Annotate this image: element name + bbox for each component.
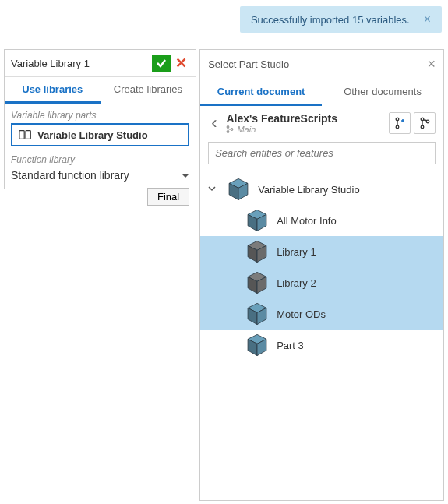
part-tree: Variable Library Studio All Motor Info L…: [200, 171, 443, 500]
tree-label: Library 2: [277, 277, 316, 289]
close-icon[interactable]: ×: [427, 56, 436, 72]
toast-message: Successfully imported 15 variables.: [251, 14, 410, 26]
cancel-button[interactable]: ✕: [172, 55, 189, 72]
branch-button[interactable]: [414, 112, 436, 134]
studio-name: Variable Library Studio: [37, 129, 148, 141]
panel-header: Select Part Studio ×: [200, 50, 443, 79]
back-button[interactable]: ‹: [208, 113, 220, 133]
branch-icon: [226, 125, 234, 133]
tree-item[interactable]: Library 1: [200, 236, 443, 267]
svg-rect-1: [26, 131, 30, 139]
close-icon[interactable]: ×: [424, 12, 431, 26]
svg-point-7: [421, 118, 424, 121]
svg-point-8: [421, 125, 424, 129]
svg-point-6: [396, 125, 399, 129]
cube-icon: [225, 176, 252, 203]
panel-header: Variable Library 1 ✕: [5, 50, 196, 77]
tab-create-libraries[interactable]: Create libraries: [101, 77, 196, 104]
workspace-label: Main: [226, 125, 383, 134]
function-value: Standard function library: [11, 169, 129, 182]
tree-item[interactable]: Motor ODs: [200, 298, 443, 330]
cube-icon: [244, 238, 270, 265]
svg-point-5: [396, 118, 399, 121]
cube-icon: [244, 270, 270, 296]
tree-item[interactable]: Part 3: [200, 330, 443, 361]
cube-icon: [244, 332, 270, 358]
select-part-studio-panel: Select Part Studio × Current document Ot…: [199, 49, 444, 501]
tab-other-documents[interactable]: Other documents: [322, 79, 443, 106]
toast: Successfully imported 15 variables. ×: [240, 6, 442, 33]
panel-title: Variable Library 1: [11, 58, 152, 69]
function-select[interactable]: Standard function library: [11, 167, 189, 183]
tab-current-document[interactable]: Current document: [200, 79, 322, 106]
search-input[interactable]: [208, 142, 436, 164]
svg-point-3: [228, 131, 230, 133]
expand-toggle[interactable]: [208, 185, 219, 194]
variable-library-panel: Variable Library 1 ✕ Use libraries Creat…: [4, 49, 196, 189]
tree-label: All Motor Info: [277, 215, 337, 227]
cube-icon: [244, 207, 270, 234]
tree-label: Library 1: [277, 246, 316, 258]
breadcrumb: ‹ Alex's FeatureScripts Main: [200, 107, 443, 139]
document-name: Alex's FeatureScripts: [226, 112, 383, 125]
tree-item[interactable]: All Motor Info: [200, 205, 443, 236]
chevron-down-icon: [182, 174, 189, 178]
parts-label: Variable library parts: [11, 110, 189, 121]
studio-selector[interactable]: Variable Library Studio: [11, 123, 189, 146]
add-version-button[interactable]: [389, 112, 411, 134]
final-button[interactable]: Final: [147, 188, 189, 206]
tree-item[interactable]: Library 2: [200, 267, 443, 298]
svg-rect-0: [19, 131, 24, 139]
svg-point-2: [228, 126, 230, 129]
tree-label: Motor ODs: [277, 308, 326, 320]
tree-label: Part 3: [277, 340, 304, 351]
tab-use-libraries[interactable]: Use libraries: [5, 77, 101, 104]
tree-label: Variable Library Studio: [258, 184, 360, 196]
tree-root[interactable]: Variable Library Studio: [200, 174, 443, 205]
studio-icon: [19, 129, 33, 141]
confirm-button[interactable]: [152, 55, 171, 72]
panel-title: Select Part Studio: [208, 58, 427, 70]
svg-point-4: [231, 129, 234, 131]
cube-icon: [244, 301, 270, 327]
function-label: Function library: [11, 154, 189, 165]
